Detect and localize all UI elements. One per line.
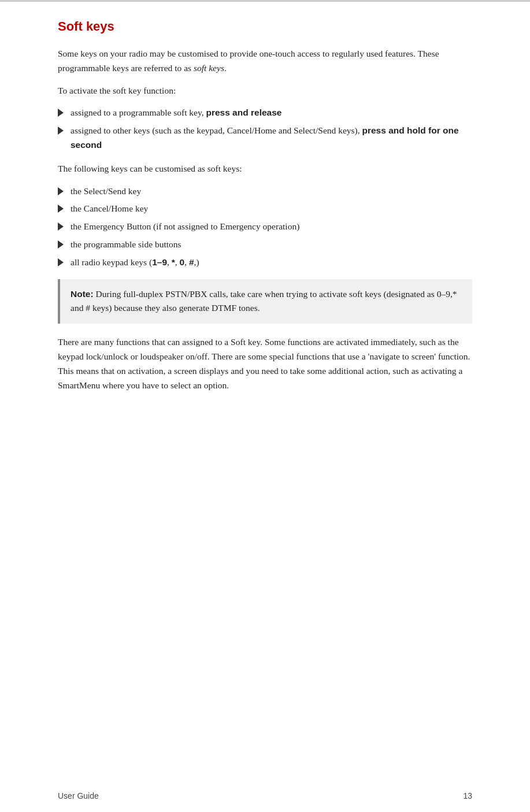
customise-bullet-5-text: all radio keypad keys (1–9, *, 0, #,) — [71, 255, 199, 270]
bullet-arrow-icon — [58, 127, 64, 135]
note-text: During full-duplex PSTN/PBX calls, take … — [71, 289, 457, 313]
bullet-arrow-icon — [58, 109, 64, 117]
activate-bullet-2: assigned to other keys (such as the keyp… — [58, 124, 472, 153]
customise-bullet-4-text: the programmable side buttons — [71, 238, 181, 252]
activate-bullet-1-text: assigned to a programmable soft key, pre… — [71, 106, 281, 120]
footer-right: 13 — [463, 791, 472, 800]
activate-bullet-2-text: assigned to other keys (such as the keyp… — [71, 124, 472, 153]
bold-hash: # — [189, 257, 194, 267]
customise-bullet-5: all radio keypad keys (1–9, *, 0, #,) — [58, 255, 472, 270]
customise-bullet-2-text: the Cancel/Home key — [71, 202, 148, 216]
bold-star: * — [172, 257, 175, 267]
customise-bullet-1-text: the Select/Send key — [71, 184, 141, 199]
customise-bullet-1: the Select/Send key — [58, 184, 472, 199]
bold-1-9: 1–9 — [152, 257, 167, 267]
bullet-arrow-icon — [58, 258, 64, 266]
bullet-arrow-icon — [58, 223, 64, 231]
intro-text-1: Some keys on your radio may be customise… — [58, 49, 439, 73]
activate-bullet-2-plain: assigned to other keys (such as the keyp… — [71, 125, 362, 135]
activate-bullet-1-bold: press and release — [206, 107, 281, 117]
note-label: Note: — [71, 289, 94, 299]
closing-paragraph: There are many functions that can assign… — [58, 335, 472, 392]
bold-0: 0 — [180, 257, 185, 267]
customise-bullet-3-text: the Emergency Button (if not assigned to… — [71, 220, 299, 234]
intro-text-end: . — [224, 63, 227, 73]
activate-heading: To activate the soft key function: — [58, 84, 472, 98]
customise-heading: The following keys can be customised as … — [58, 162, 472, 176]
activate-bullet-1-plain: assigned to a programmable soft key, — [71, 107, 206, 117]
customise-bullet-3: the Emergency Button (if not assigned to… — [58, 220, 472, 234]
bullet-arrow-icon — [58, 240, 64, 249]
page-title: Soft keys — [58, 19, 472, 34]
customise-bullet-list: the Select/Send key the Cancel/Home key … — [58, 184, 472, 270]
bullet-arrow-icon — [58, 205, 64, 213]
top-border — [0, 0, 530, 2]
bullet-arrow-icon — [58, 187, 64, 195]
page-footer: User Guide 13 — [58, 791, 472, 800]
intro-paragraph: Some keys on your radio may be customise… — [58, 47, 472, 76]
note-box: Note: During full-duplex PSTN/PBX calls,… — [58, 279, 472, 324]
soft-keys-italic: soft keys — [194, 63, 224, 73]
customise-bullet-2: the Cancel/Home key — [58, 202, 472, 216]
activate-bullet-list: assigned to a programmable soft key, pre… — [58, 106, 472, 152]
footer-left: User Guide — [58, 791, 99, 800]
customise-bullet-4: the programmable side buttons — [58, 238, 472, 252]
activate-bullet-1: assigned to a programmable soft key, pre… — [58, 106, 472, 120]
